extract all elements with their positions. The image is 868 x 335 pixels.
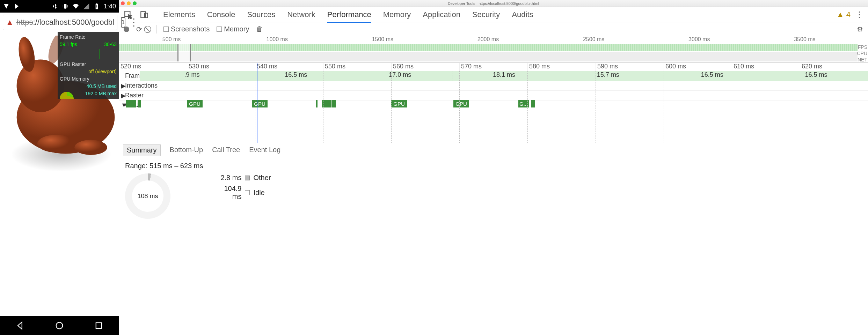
browser-url-bar: ▲ https://localhost:5000/goodbl 1 ⋮: [0, 13, 119, 32]
devtools-tab-audits[interactable]: Audits: [512, 10, 533, 19]
frame-rate-label: Frame Rate: [60, 34, 117, 41]
page-viewport: Frame Rate 59.1 fps 30-63 GPU Raster off…: [0, 32, 119, 316]
svg-rect-2: [96, 3, 97, 4]
garbage-collect-icon[interactable]: 🗑: [256, 25, 263, 33]
playhead[interactable]: [257, 63, 257, 143]
overview-lane-label: NET: [857, 57, 867, 63]
gpu-block[interactable]: GPU: [187, 100, 203, 107]
gpu-block[interactable]: [126, 100, 136, 107]
android-status-bar: 1:40: [0, 0, 119, 13]
flame-tick: 540 ms: [255, 63, 323, 71]
window-zoom-button[interactable]: [133, 1, 137, 5]
gpu-block[interactable]: GPU: [252, 100, 268, 107]
gpu-block[interactable]: [331, 100, 336, 107]
overview-lane-label: FPS: [857, 44, 867, 50]
vibrate-icon: [62, 3, 69, 10]
browser-menu-button[interactable]: ⋮: [129, 16, 137, 28]
nav-back-button[interactable]: [15, 321, 25, 330]
frame-cell[interactable]: 16.5 ms: [764, 71, 868, 81]
devtools-menu-button[interactable]: ⋮: [855, 10, 863, 19]
fps-sparkline: [60, 49, 117, 59]
flame-tick: 550 ms: [323, 63, 391, 71]
window-minimize-button[interactable]: [127, 1, 131, 5]
flame-tick: 590 ms: [596, 63, 664, 71]
flame-tick: 620 ms: [800, 63, 868, 71]
warnings-badge[interactable]: ▲ 4: [837, 10, 851, 19]
screenshots-checkbox[interactable]: [163, 27, 169, 32]
nav-recent-button[interactable]: [94, 321, 104, 330]
signal-icon: [83, 3, 90, 10]
url-scheme: https: [16, 18, 33, 27]
flame-tick: 530 ms: [187, 63, 255, 71]
summary-legend: 2.8 msOther104.9 msIdle: [213, 174, 271, 201]
devtools-tab-network[interactable]: Network: [287, 10, 315, 19]
flame-tick: 570 ms: [459, 63, 527, 71]
gpu-block[interactable]: G...: [518, 100, 529, 107]
devtools-tab-memory[interactable]: Memory: [383, 10, 411, 19]
frames-strip[interactable]: .9 ms16.5 ms17.0 ms18.1 ms15.7 ms16.5 ms…: [140, 71, 868, 81]
legend-row: 2.8 msOther: [213, 174, 271, 182]
svg-rect-10: [96, 323, 102, 328]
details-tab-bottom-up[interactable]: Bottom-Up: [170, 146, 203, 154]
frame-cell[interactable]: 15.7 ms: [556, 71, 660, 81]
devtools-tab-console[interactable]: Console: [207, 10, 235, 19]
tab-switcher-button[interactable]: 1: [121, 17, 125, 28]
gpu-block[interactable]: [531, 100, 535, 107]
memory-checkbox[interactable]: [217, 27, 222, 32]
overview-tick: 2500 ms: [541, 36, 647, 43]
gpu-block[interactable]: GPU: [453, 100, 469, 107]
memory-label: Memory: [224, 25, 249, 33]
android-device: 1:40 ▲ https://localhost:5000/goodbl 1 ⋮…: [0, 0, 119, 335]
details-tab-event-log[interactable]: Event Log: [249, 146, 280, 154]
fps-value: 59.1 fps: [60, 41, 77, 48]
devtools-tab-performance[interactable]: Performance: [327, 10, 371, 23]
devtools-tab-elements[interactable]: Elements: [163, 10, 195, 19]
nav-home-button[interactable]: [54, 321, 64, 330]
details-tab-call-tree[interactable]: Call Tree: [212, 146, 240, 154]
frame-cell[interactable]: 18.1 ms: [452, 71, 556, 81]
svg-point-7: [37, 135, 75, 152]
frame-cell[interactable]: 16.5 ms: [244, 71, 348, 81]
window-close-button[interactable]: [121, 1, 125, 5]
svg-point-8: [74, 140, 107, 155]
devtools-main-toolbar: ElementsConsoleSourcesNetworkPerformance…: [119, 7, 868, 22]
notification-icon: [13, 3, 20, 10]
gpu-mem-used: 40.5 MB used: [76, 83, 117, 90]
raster-track-header[interactable]: ▶Raster: [119, 91, 868, 100]
gpu-mem-max: 192.0 MB max: [76, 90, 117, 97]
notification-icon: [3, 3, 10, 10]
overview-fps-band: [119, 44, 858, 51]
frame-cell[interactable]: 17.0 ms: [348, 71, 452, 81]
insecure-warning-icon: ▲: [6, 18, 14, 27]
address-box[interactable]: ▲ https://localhost:5000/goodbl: [3, 15, 117, 30]
gpu-block[interactable]: [138, 100, 141, 107]
overview-tick: 1500 ms: [330, 36, 435, 43]
screenshots-label: Screenshots: [171, 25, 210, 33]
devtools-tab-security[interactable]: Security: [472, 10, 500, 19]
frame-cell[interactable]: .9 ms: [140, 71, 244, 81]
capture-settings-icon[interactable]: ⚙: [857, 25, 863, 34]
frame-cell[interactable]: 16.5 ms: [660, 71, 764, 81]
interactions-track-header[interactable]: ▶Interactions: [119, 81, 868, 91]
devtools-window: Developer Tools - https://localhost:5000…: [119, 0, 868, 335]
timeline-overview[interactable]: 500 ms1000 ms1500 ms2000 ms2500 ms3000 m…: [119, 36, 868, 63]
flame-tick: 600 ms: [664, 63, 732, 71]
gpu-block[interactable]: [322, 100, 331, 107]
details-tab-summary[interactable]: Summary: [123, 144, 161, 156]
flame-chart[interactable]: 520 ms530 ms540 ms550 ms560 ms570 ms580 …: [119, 63, 868, 143]
device-toolbar-icon[interactable]: [140, 10, 149, 19]
fps-overlay: Frame Rate 59.1 fps 30-63 GPU Raster off…: [58, 32, 119, 99]
svg-point-9: [56, 322, 63, 329]
wifi-icon: [72, 3, 79, 10]
android-nav-bar: [0, 316, 119, 335]
devtools-tab-application[interactable]: Application: [423, 10, 460, 19]
overview-tick: 1000 ms: [224, 36, 330, 43]
gpu-block[interactable]: GPU: [391, 100, 407, 107]
gpu-block[interactable]: [316, 100, 318, 107]
overview-tick: 3000 ms: [647, 36, 752, 43]
overview-tick: 3500 ms: [752, 36, 858, 43]
window-title: Developer Tools - https://localhost:5000…: [448, 1, 539, 6]
overview-tick: 2000 ms: [435, 36, 541, 43]
devtools-tab-sources[interactable]: Sources: [247, 10, 275, 19]
overview-selection-handle[interactable]: [177, 44, 191, 61]
